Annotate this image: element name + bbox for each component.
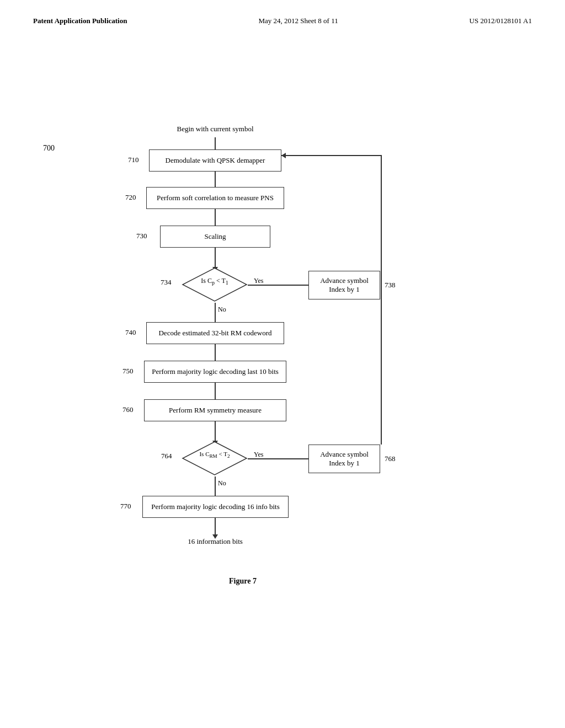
arrow-760-764 <box>215 421 216 441</box>
box-710: Demodulate with QPSK demapper <box>149 149 281 172</box>
box-720: Perform soft correlation to measure PNS <box>146 187 284 209</box>
header-right: US 2012/0128101 A1 <box>470 17 532 25</box>
arrow-750-760 <box>215 383 216 399</box>
arrow-730-734 <box>215 248 216 267</box>
figure-caption: Figure 7 <box>199 577 287 586</box>
no-label-764: No <box>218 479 226 488</box>
label-730: 730 <box>136 232 147 240</box>
yes-label-764: Yes <box>254 451 263 459</box>
page-header: Patent Application Publication May 24, 2… <box>0 0 565 31</box>
arrow-764-yes <box>248 458 308 459</box>
box-740: Decode estimated 32-bit RM codeword <box>146 322 284 344</box>
label-770: 770 <box>120 502 131 511</box>
header-left: Patent Application Publication <box>33 17 127 25</box>
box-750: Perform majority logic decoding last 10 … <box>144 361 286 383</box>
diamond-734: Is Cp < T1 <box>182 267 248 303</box>
diagram-label-700: 700 <box>43 144 55 153</box>
label-740: 740 <box>125 328 136 337</box>
box-760: Perform RM symmetry measure <box>144 399 286 421</box>
arrow-764-no <box>215 477 216 496</box>
arrow-740-750 <box>215 344 216 361</box>
diamond-764: Is CRM < T2 <box>182 441 248 477</box>
label-710: 710 <box>128 156 139 164</box>
arrow-734-no <box>215 303 216 322</box>
arrow-768-up-ext <box>381 155 382 445</box>
arrow-734-yes <box>248 285 308 286</box>
label-720: 720 <box>125 193 136 202</box>
label-750: 750 <box>122 367 134 376</box>
arrow-710-720 <box>215 172 216 187</box>
header-mid: May 24, 2012 Sheet 8 of 11 <box>258 17 338 25</box>
label-768: 768 <box>385 454 396 463</box>
arrow-start-710 <box>215 137 216 149</box>
arrow-770-end <box>215 518 216 534</box>
box-768: Advance symbol Index by 1 <box>308 445 380 473</box>
diagram-container: 700 Begin with current symbol Demodulate… <box>0 36 565 643</box>
label-738: 738 <box>385 281 396 290</box>
label-734: 734 <box>161 278 172 287</box>
arrow-720-730 <box>215 209 216 226</box>
end-label: 16 information bits <box>166 537 265 546</box>
label-760: 760 <box>122 405 134 414</box>
no-label-734: No <box>218 306 226 314</box>
box-738: Advance symbol Index by 1 <box>308 271 380 299</box>
label-764: 764 <box>161 452 172 461</box>
arrow-738-left <box>281 155 381 156</box>
box-770: Perform majority logic decoding 16 info … <box>142 496 289 518</box>
yes-label-734: Yes <box>254 277 263 285</box>
box-730: Scaling <box>160 226 270 248</box>
start-text: Begin with current symbol <box>171 125 259 133</box>
